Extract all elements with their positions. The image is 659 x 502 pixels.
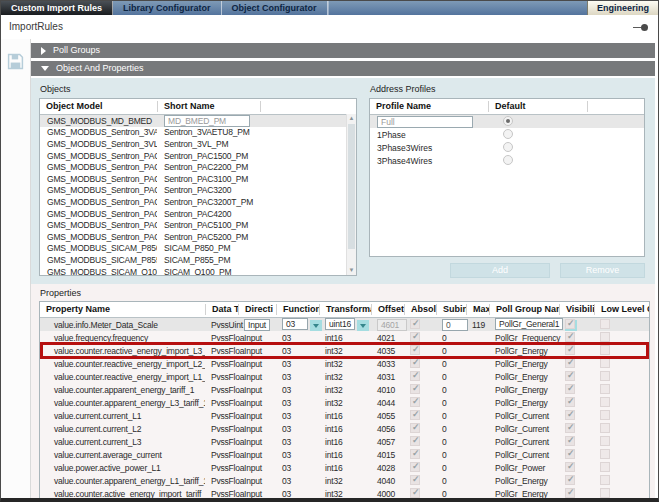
direction-cell[interactable]: Input — [238, 333, 276, 343]
visibility-checkbox[interactable] — [565, 371, 575, 381]
transformation-cell[interactable]: int16 — [319, 411, 371, 421]
visibility-checkbox[interactable] — [565, 449, 575, 459]
profile-name-cell[interactable]: 3Phase3Wires — [370, 143, 488, 153]
profile-row[interactable]: 3Phase4Wires — [370, 154, 644, 167]
low-level-comp-checkbox[interactable] — [600, 371, 610, 381]
absolute-checkbox[interactable] — [410, 358, 420, 368]
absolute-checkbox[interactable] — [410, 462, 420, 472]
subindex-cell[interactable]: 0 — [436, 489, 466, 499]
absolute-checkbox[interactable] — [410, 384, 420, 394]
low-level-comp-checkbox[interactable] — [600, 319, 610, 329]
tab-object-configurator[interactable]: Object Configurator — [222, 1, 328, 15]
short-name-cell[interactable]: MD_BMED_PM — [157, 115, 260, 127]
subindex-cell[interactable]: 0 — [436, 411, 466, 421]
absolute-checkbox[interactable] — [410, 423, 420, 433]
object-row[interactable]: GMS_MODBUS_Sentron_PAC1500 Sentron_PAC15… — [40, 150, 356, 162]
transformation-cell[interactable]: int32 — [319, 359, 371, 369]
transformation-cell[interactable]: int16 — [319, 463, 371, 473]
profile-name-cell[interactable]: 3Phase4Wires — [370, 156, 488, 166]
column-header-default[interactable]: Default — [488, 101, 587, 112]
column-header-object-model[interactable]: Object Model — [40, 101, 157, 112]
dropdown-arrow-icon[interactable] — [357, 320, 369, 331]
column-header-subindex[interactable]: Subinde — [436, 304, 466, 315]
dropdown-arrow-icon[interactable] — [310, 320, 322, 331]
low-level-comp-checkbox[interactable] — [600, 384, 610, 394]
subindex-cell[interactable]: 0 — [436, 437, 466, 447]
add-button[interactable]: Add — [450, 263, 550, 278]
poll-group-cell[interactable]: PollGr_Power — [489, 463, 559, 473]
scroll-down-icon[interactable]: ▼ — [347, 266, 356, 275]
column-header-transformation[interactable]: Transforma — [319, 304, 371, 315]
subindex-cell[interactable]: 0 — [436, 372, 466, 382]
property-row[interactable]: value.current.average_current PvssFloa I… — [40, 448, 649, 461]
direction-cell[interactable]: Input — [238, 346, 276, 356]
column-header-data-type[interactable]: Data Ty — [205, 304, 238, 315]
property-row[interactable]: value.current.current_L2 PvssFloa Input … — [40, 422, 649, 435]
default-radio[interactable] — [503, 142, 513, 152]
short-name-cell[interactable]: SICAM_Q100_PM — [157, 267, 260, 276]
column-header-function[interactable]: Function — [276, 304, 319, 315]
poll-group-cell[interactable]: PollGr_Energy — [489, 346, 559, 356]
visibility-checkbox[interactable] — [565, 332, 575, 342]
poll-group-cell[interactable]: PollGr_Energy — [489, 372, 559, 382]
function-cell[interactable]: 03 — [276, 450, 319, 460]
visibility-checkbox[interactable] — [565, 488, 575, 498]
function-cell[interactable]: 03 — [276, 333, 319, 343]
object-row[interactable]: GMS_MODBUS_Sentron_3VL Sentron_3VL_PM — [40, 138, 356, 150]
subindex-cell[interactable]: 0 — [436, 424, 466, 434]
column-header-max[interactable]: Max S — [466, 304, 489, 315]
low-level-comp-checkbox[interactable] — [600, 475, 610, 485]
subindex-cell[interactable]: 0 — [436, 476, 466, 486]
absolute-checkbox[interactable] — [410, 345, 420, 355]
subindex-cell[interactable]: 0 — [436, 346, 466, 356]
object-row[interactable]: GMS_MODBUS_Sentron_PAC4200 Sentron_PAC42… — [40, 208, 356, 220]
object-row[interactable]: GMS_MODBUS_SICAM_P855 SICAM_P855_PM — [40, 254, 356, 266]
subindex-cell[interactable]: 0 — [436, 333, 466, 343]
transformation-cell[interactable]: int32 — [319, 346, 371, 356]
pin-icon[interactable] — [633, 24, 648, 31]
direction-cell[interactable]: Input — [238, 385, 276, 395]
subindex-cell[interactable]: 0 — [436, 385, 466, 395]
direction-cell[interactable]: Input — [238, 476, 276, 486]
profile-row[interactable]: Full — [370, 115, 644, 128]
column-header-direction[interactable]: Directi — [238, 304, 276, 315]
subindex-cell[interactable]: 0 — [436, 359, 466, 369]
default-radio[interactable] — [503, 155, 513, 165]
transformation-cell[interactable]: int32 — [319, 476, 371, 486]
short-name-cell[interactable]: Sentron_3VAETU8_PM — [157, 127, 260, 137]
profile-row[interactable]: 1Phase — [370, 128, 644, 141]
direction-cell[interactable]: Input — [238, 359, 276, 369]
direction-cell[interactable]: Input — [238, 450, 276, 460]
visibility-checkbox[interactable] — [565, 345, 575, 355]
remove-button[interactable]: Remove — [560, 263, 645, 278]
direction-cell[interactable]: Input — [238, 319, 276, 331]
property-row[interactable]: value.counter.apparent_energy_tariff_1 P… — [40, 383, 649, 396]
absolute-checkbox[interactable] — [410, 332, 420, 342]
function-cell[interactable]: 03 — [276, 359, 319, 369]
object-row[interactable]: GMS_MODBUS_Sentron_PAC3200 Sentron_PAC32… — [40, 185, 356, 197]
transformation-cell[interactable]: uint16 — [319, 318, 371, 330]
object-row[interactable]: GMS_MODBUS_MD_BMED MD_BMED_PM — [40, 115, 356, 127]
column-header-short-name[interactable]: Short Name — [157, 101, 260, 112]
poll-group-cell[interactable]: PollGr_Energy — [489, 398, 559, 408]
function-cell[interactable]: 03 — [276, 489, 319, 499]
column-header-low-level-comp[interactable]: Low Level Comp — [594, 304, 649, 315]
property-row[interactable]: value.counter.reactive_energy_import_L1_… — [40, 370, 649, 383]
poll-group-cell[interactable]: PollGr_Current — [489, 437, 559, 447]
function-cell[interactable]: 03 — [276, 437, 319, 447]
low-level-comp-checkbox[interactable] — [600, 397, 610, 407]
function-cell[interactable]: 03 — [276, 385, 319, 395]
short-name-cell[interactable]: Sentron_PAC3200 — [157, 185, 260, 195]
property-row[interactable]: value.counter.reactive_energy_import_L2_… — [40, 357, 649, 370]
short-name-cell[interactable]: Sentron_PAC1500_PM — [157, 151, 260, 161]
direction-cell[interactable]: Input — [238, 398, 276, 408]
short-name-cell[interactable]: SICAM_P850_PM — [157, 243, 260, 253]
default-radio[interactable] — [503, 116, 513, 126]
short-name-cell[interactable]: Sentron_PAC3200T_PM — [157, 197, 260, 207]
absolute-checkbox[interactable] — [410, 475, 420, 485]
poll-group-cell[interactable]: PollGr_Energy — [489, 476, 559, 486]
property-row[interactable]: value.counter.apparent_energy_L1_tariff_… — [40, 474, 649, 487]
absolute-checkbox[interactable] — [410, 397, 420, 407]
transformation-cell[interactable]: int32 — [319, 372, 371, 382]
low-level-comp-checkbox[interactable] — [600, 410, 610, 420]
